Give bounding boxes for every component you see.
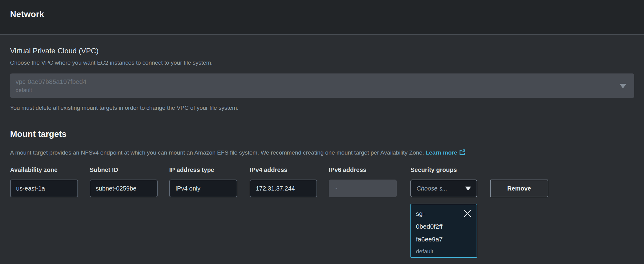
- mount-targets-heading: Mount targets: [10, 128, 634, 140]
- vpc-select-value: vpc-0ae97b85a197fbed4: [16, 77, 613, 86]
- mount-targets-description: A mount target provides an NFSv4 endpoin…: [10, 148, 634, 158]
- mount-targets-description-text: A mount target provides an NFSv4 endpoin…: [10, 149, 424, 156]
- vpc-helper-text: You must delete all existing mount targe…: [10, 104, 634, 112]
- security-group-id-line: fa6ee9a7: [416, 233, 463, 246]
- ip-address-type-input[interactable]: IPv4 only: [169, 180, 237, 197]
- ipv6-address-input[interactable]: -: [329, 180, 397, 197]
- caret-down-icon: [465, 187, 471, 191]
- close-icon[interactable]: [463, 209, 472, 218]
- security-groups-select[interactable]: Choose s...: [410, 180, 477, 197]
- column-header-security-groups: Security groups: [410, 166, 477, 174]
- learn-more-link[interactable]: Learn more: [426, 149, 466, 156]
- learn-more-label: Learn more: [426, 149, 457, 156]
- panel-content: Virtual Private Cloud (VPC) Choose the V…: [0, 35, 644, 258]
- caret-down-icon: [620, 84, 626, 88]
- security-groups-placeholder: Choose s...: [417, 185, 447, 192]
- subnet-id-input[interactable]: subnet-0259be: [90, 180, 158, 197]
- remove-mount-target-button[interactable]: Remove: [490, 180, 548, 197]
- security-group-token: sg- 0bed0f2ff fa6ee9a7 default: [410, 204, 477, 258]
- vpc-description: Choose the VPC where you want EC2 instan…: [10, 59, 634, 67]
- efs-network-panel: Network Virtual Private Cloud (VPC) Choo…: [0, 0, 644, 264]
- mount-target-column-headers: Availability zone Subnet ID IP address t…: [10, 166, 634, 174]
- vpc-heading: Virtual Private Cloud (VPC): [10, 46, 634, 56]
- external-link-icon: [459, 149, 466, 158]
- column-header-subnet-id: Subnet ID: [90, 166, 158, 174]
- mount-target-row: us-east-1a subnet-0259be IPv4 only 172.3…: [10, 180, 634, 197]
- availability-zone-input[interactable]: us-east-1a: [10, 180, 78, 197]
- column-header-availability-zone: Availability zone: [10, 166, 78, 174]
- vpc-select[interactable]: vpc-0ae97b85a197fbed4 default: [10, 73, 634, 98]
- panel-header: Network: [0, 0, 644, 35]
- security-group-id-line: 0bed0f2ff: [416, 220, 463, 233]
- column-header-ip-address-type: IP address type: [169, 166, 237, 174]
- security-group-description: default: [416, 246, 463, 257]
- column-header-ipv6-address: IPv6 address: [329, 166, 397, 174]
- column-header-ipv4-address: IPv4 address: [250, 166, 317, 174]
- page-title: Network: [10, 8, 634, 20]
- vpc-select-secondary-label: default: [16, 86, 613, 94]
- security-group-id-line: sg-: [416, 207, 463, 220]
- ipv4-address-input[interactable]: 172.31.37.244: [250, 180, 317, 197]
